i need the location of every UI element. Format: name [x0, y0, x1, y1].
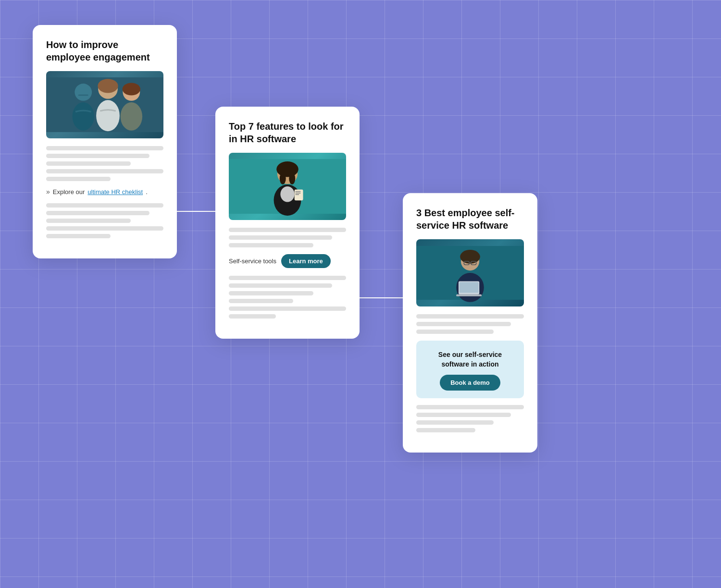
svg-rect-21 [295, 193, 300, 194]
skeleton-line [46, 219, 131, 223]
skeleton-line [229, 299, 293, 303]
skeleton-line [416, 428, 475, 432]
skeleton-line [229, 235, 332, 240]
skeleton-line [46, 161, 131, 166]
card2-title: Top 7 features to look for in HR softwar… [229, 120, 346, 145]
card2-text-lines [229, 228, 346, 247]
skeleton-line [229, 306, 346, 311]
skeleton-line [46, 177, 111, 181]
skeleton-line [229, 314, 276, 318]
card3-title: 3 Best employee self-service HR software [416, 207, 524, 232]
svg-rect-20 [295, 191, 300, 192]
card-self-service-hr: 3 Best employee self-service HR software… [403, 193, 537, 453]
skeleton-line [46, 203, 163, 208]
skeleton-line [229, 243, 313, 247]
svg-point-16 [289, 173, 295, 184]
card1-text-lines [46, 146, 163, 181]
cta-box: See our self-service software in action … [416, 341, 524, 398]
skeleton-line [229, 283, 332, 288]
card1-text-lines-2 [46, 203, 163, 238]
skeleton-line [416, 322, 511, 326]
svg-rect-31 [460, 282, 479, 293]
svg-rect-5 [78, 95, 88, 96]
svg-point-4 [72, 102, 94, 131]
skeleton-line [46, 211, 149, 215]
learn-more-button[interactable]: Learn more [281, 254, 331, 268]
hr-checklist-link[interactable]: ultimate HR cheklist [87, 188, 143, 196]
skeleton-line [416, 405, 524, 409]
skeleton-line [46, 146, 163, 150]
skeleton-line [229, 276, 346, 280]
skeleton-line [416, 330, 494, 334]
card1-photo [46, 71, 163, 138]
card3-text-lines-2 [416, 405, 524, 432]
card-employee-engagement: How to improve employee engagement [33, 25, 177, 258]
skeleton-line [46, 226, 163, 231]
card1-title: How to improve employee engagement [46, 38, 163, 63]
tag-label: Self-service tools [229, 257, 276, 265]
svg-point-14 [276, 161, 298, 177]
skeleton-line [416, 413, 511, 417]
card3-text-lines [416, 314, 524, 334]
skeleton-line [46, 234, 111, 238]
svg-point-8 [98, 79, 118, 93]
svg-point-3 [75, 84, 92, 101]
explore-prefix: Explore our [53, 188, 85, 196]
svg-point-25 [460, 250, 480, 264]
svg-rect-32 [456, 294, 482, 296]
self-service-tag-row: Self-service tools Learn more [229, 254, 346, 268]
svg-point-18 [280, 186, 294, 202]
svg-point-15 [280, 173, 286, 184]
explore-suffix: . [146, 188, 148, 196]
card2-text-lines-2 [229, 276, 346, 318]
svg-point-10 [121, 102, 143, 131]
skeleton-line [229, 291, 313, 295]
explore-row: » Explore our ultimate HR cheklist . [46, 188, 163, 196]
book-demo-button[interactable]: Book a demo [440, 375, 500, 391]
card2-photo [229, 153, 346, 220]
svg-rect-22 [295, 194, 299, 195]
card3-photo [416, 239, 524, 306]
skeleton-line [46, 169, 163, 173]
cta-title: See our self-service software in action [424, 350, 516, 369]
skeleton-line [46, 154, 149, 158]
card-hr-software: Top 7 features to look for in HR softwar… [215, 107, 360, 339]
chevron-icon: » [46, 188, 50, 196]
skeleton-line [229, 228, 346, 232]
svg-point-11 [123, 83, 140, 95]
skeleton-line [416, 420, 494, 425]
svg-point-7 [96, 100, 120, 131]
skeleton-line [416, 314, 524, 318]
